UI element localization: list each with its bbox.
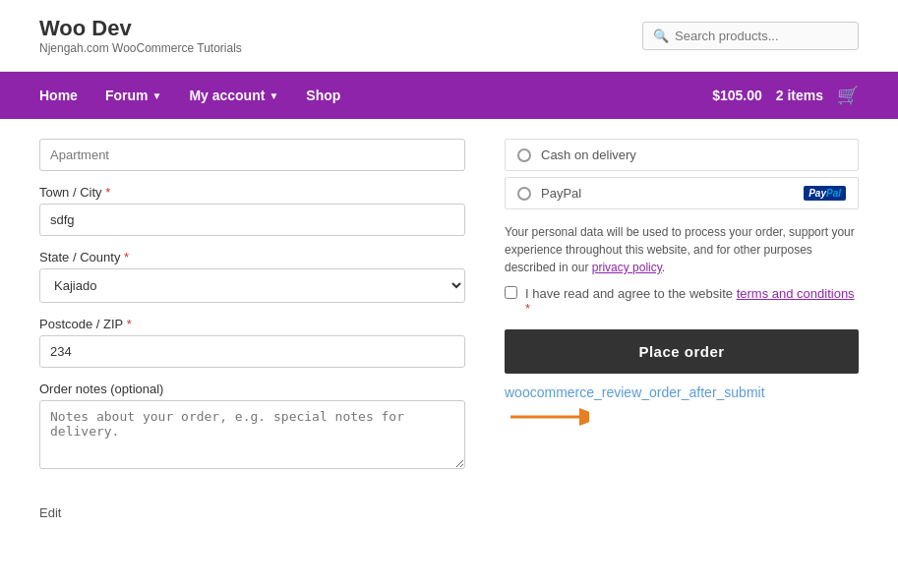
apartment-field-group [39,139,465,171]
town-input[interactable] [39,204,465,236]
privacy-policy-link[interactable]: privacy policy [592,261,662,274]
site-branding: Woo Dev Njengah.com WooCommerce Tutorial… [39,16,242,55]
state-select[interactable]: Kajiado [39,268,465,303]
nav-item-home[interactable]: Home [39,88,78,103]
place-order-button[interactable]: Place order [505,329,859,374]
radio-paypal[interactable] [517,187,531,201]
nav-item-myaccount[interactable]: My account ▼ [189,88,278,103]
order-summary: Cash on delivery PayPal PayPal Your pers… [505,139,859,520]
cart-icon[interactable]: 🛒 [837,85,859,106]
edit-link[interactable]: Edit [39,505,61,520]
nav-item-shop[interactable]: Shop [306,88,340,103]
order-notes-group: Order notes (optional) [39,382,465,472]
state-field-group: State / County * Kajiado [39,250,465,303]
site-title: Woo Dev [39,16,242,41]
nav-label-shop: Shop [306,88,340,103]
nav-label-home: Home [39,88,78,103]
privacy-text: Your personal data will be used to proce… [505,223,859,276]
order-notes-label: Order notes (optional) [39,382,465,396]
hook-label-container: woocommerce_review_order_after_submit [505,383,859,429]
terms-row: I have read and agree to the website ter… [505,286,859,316]
nav-item-forum[interactable]: Forum ▼ [105,88,161,103]
terms-link[interactable]: terms and conditions [737,286,855,301]
billing-form: Town / City * State / County * Kajiado P… [39,139,465,520]
chevron-down-icon: ▼ [269,90,278,101]
arrow-container [505,405,859,429]
nav-label-forum: Forum [105,88,149,103]
navigation: Home Forum ▼ My account ▼ Shop $105.00 2… [0,72,898,119]
terms-checkbox[interactable] [505,286,517,299]
town-field-group: Town / City * [39,185,465,236]
apartment-input[interactable] [39,139,465,171]
nav-left: Home Forum ▼ My account ▼ Shop [39,88,340,103]
header: Woo Dev Njengah.com WooCommerce Tutorial… [0,0,898,72]
payment-cod-label: Cash on delivery [541,147,636,162]
payment-paypal-label: PayPal [541,186,581,201]
paypal-badge: PayPal [804,186,846,201]
hook-label-link[interactable]: woocommerce_review_order_after_submit [505,383,859,403]
radio-cod[interactable] [517,148,531,162]
nav-label-myaccount: My account [189,88,265,103]
search-input[interactable] [675,29,848,43]
town-label: Town / City * [39,185,465,200]
payment-option-cod[interactable]: Cash on delivery [505,139,859,171]
postcode-label: Postcode / ZIP * [39,317,465,331]
nav-cart-area: $105.00 2 items 🛒 [712,85,859,106]
cart-items-count: 2 items [776,88,823,103]
search-box[interactable]: 🔍 [642,22,859,50]
cart-price: $105.00 [712,88,762,103]
terms-text: I have read and agree to the website ter… [525,286,859,316]
chevron-down-icon: ▼ [151,90,161,101]
arrow-icon [510,405,589,429]
site-subtitle: Njengah.com WooCommerce Tutorials [39,41,242,55]
postcode-input[interactable] [39,335,465,368]
main-content: Town / City * State / County * Kajiado P… [0,119,898,540]
state-label: State / County * [39,250,465,265]
order-notes-textarea[interactable] [39,400,465,469]
search-icon: 🔍 [653,29,669,43]
postcode-field-group: Postcode / ZIP * [39,317,465,368]
payment-option-paypal[interactable]: PayPal PayPal [505,177,859,209]
